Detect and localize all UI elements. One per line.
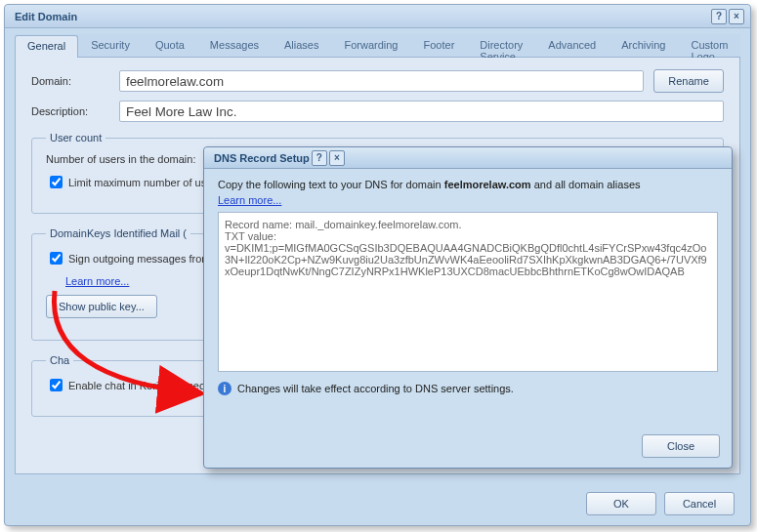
modal-help-icon[interactable]: ? [312,150,327,166]
modal-instruction-post: and all domain aliases [531,179,641,190]
ok-button[interactable]: OK [586,492,656,515]
tab-directory-service[interactable]: Directory Service [467,34,535,57]
modal-instruction-domain: feelmorelaw.com [444,179,531,190]
tab-security[interactable]: Security [78,34,143,57]
description-input[interactable] [119,101,724,122]
tab-messages[interactable]: Messages [197,34,272,57]
show-public-key-button[interactable]: Show public key... [46,295,157,318]
tab-forwarding[interactable]: Forwarding [331,34,410,57]
rename-button[interactable]: Rename [653,69,724,93]
sign-outgoing-label: Sign outgoing messages from [68,253,211,265]
dkim-legend: DomainKeys Identified Mail ( [46,227,190,239]
window-title: Edit Domain [15,11,77,22]
close-button[interactable]: Close [642,434,720,458]
chat-legend: Cha [46,354,73,366]
tab-general[interactable]: General [15,35,78,58]
modal-instruction: Copy the following text to your DNS for … [218,179,718,190]
info-icon: i [218,382,231,395]
dns-record-textarea[interactable] [218,212,718,372]
window-titlebar: Edit Domain ? × [5,5,750,28]
modal-title: DNS Record Setup [214,152,310,164]
tab-custom-logo[interactable]: Custom Logo [679,34,741,57]
cancel-button[interactable]: Cancel [664,492,735,515]
dns-record-setup-dialog: DNS Record Setup ? × Copy the following … [203,146,733,469]
enable-chat-checkbox[interactable] [50,379,63,391]
domain-label: Domain: [31,75,119,87]
modal-instruction-pre: Copy the following text to your DNS for … [218,179,444,190]
description-label: Description: [31,105,119,117]
modal-learn-more-link[interactable]: Learn more... [218,194,281,206]
close-icon[interactable]: × [729,9,744,24]
help-icon[interactable]: ? [711,9,727,24]
dkim-learn-more-link[interactable]: Learn more... [65,275,129,287]
domain-input[interactable] [119,70,644,92]
tab-footer[interactable]: Footer [411,34,468,57]
tab-archiving[interactable]: Archiving [609,34,678,57]
sign-outgoing-checkbox[interactable] [50,252,63,265]
tab-quota[interactable]: Quota [143,34,197,57]
modal-close-icon[interactable]: × [329,150,345,166]
modal-info-text: Changes will take effect according to DN… [237,383,514,394]
limit-users-label: Limit maximum number of use [68,177,212,188]
modal-titlebar: DNS Record Setup ? × [204,147,732,169]
enable-chat-label: Enable chat in Kerio Connect c [68,380,216,391]
tab-strip: General Security Quota Messages Aliases … [15,34,740,58]
usercount-legend: User count [46,132,105,143]
tab-advanced[interactable]: Advanced [535,34,609,57]
limit-users-checkbox[interactable] [50,176,63,188]
tab-aliases[interactable]: Aliases [272,34,331,57]
